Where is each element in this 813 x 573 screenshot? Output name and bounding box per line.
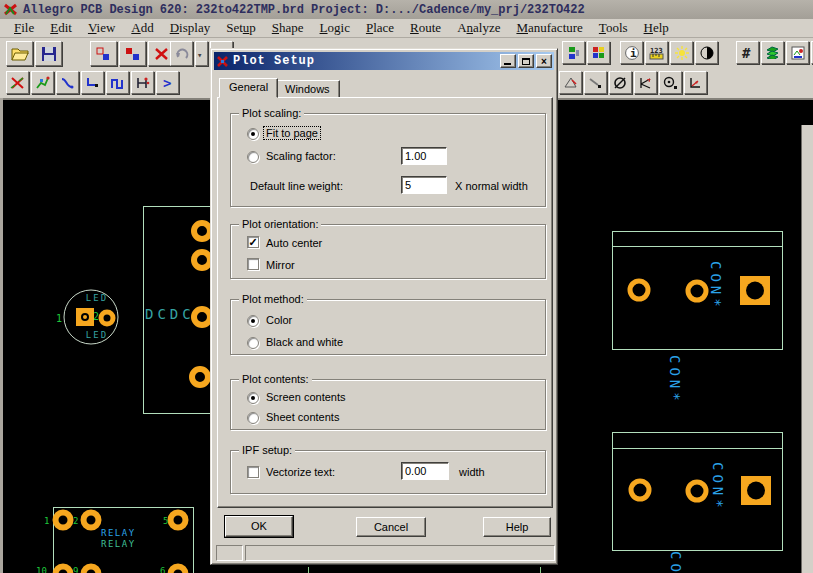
- scaling-factor-input[interactable]: [401, 147, 447, 165]
- help-button[interactable]: Help: [483, 517, 551, 537]
- led-round-pad: [101, 312, 113, 324]
- left-frame-strip: [0, 98, 3, 573]
- dcdc-pad: [194, 223, 210, 239]
- general-tab-panel: Plot scaling: Fit to page Scaling factor…: [217, 97, 553, 508]
- relay-pad: [171, 567, 186, 573]
- led-pin-2: 2: [93, 311, 99, 322]
- relay-refdes-teal: RELAY: [101, 539, 136, 549]
- vectorize-width-suffix: width: [459, 466, 485, 478]
- dcdc-refdes: DCDC: [145, 306, 195, 322]
- plot-contents-label: Plot contents:: [239, 373, 312, 385]
- color-radio[interactable]: [247, 315, 259, 327]
- ok-button[interactable]: OK: [225, 516, 293, 537]
- ipf-setup-group: IPF setup: Vectorize text: width: [230, 450, 546, 494]
- dialog-title: Plot Setup: [233, 54, 498, 68]
- con-top-pad-hole: [746, 282, 764, 300]
- line-weight-label: Default line weight:: [250, 180, 343, 192]
- screen-contents-radio[interactable]: [247, 392, 259, 404]
- con-bottom-refdes: CON*: [710, 462, 726, 512]
- plot-orientation-label: Plot orientation:: [239, 218, 321, 230]
- cancel-button[interactable]: Cancel: [356, 517, 426, 537]
- tab-windows[interactable]: Windows: [275, 80, 340, 98]
- dialog-status-bar: [245, 545, 555, 561]
- dialog-titlebar[interactable]: Plot Setup ×: [214, 52, 554, 70]
- relay-pad: [56, 567, 71, 573]
- right-panel-strip: [801, 125, 813, 573]
- sheet-contents-radio[interactable]: [247, 412, 259, 424]
- con-bottom-pad-hole: [747, 482, 765, 500]
- relay-refdes-blue: RELAY: [101, 528, 136, 538]
- plot-scaling-group: Plot scaling: Fit to page Scaling factor…: [230, 113, 546, 207]
- scaling-factor-radio[interactable]: [247, 151, 259, 163]
- relay-pin-6: 6: [160, 566, 165, 573]
- tab-general[interactable]: General: [219, 78, 278, 98]
- line-weight-input[interactable]: [401, 176, 447, 194]
- dialog-icon: [216, 55, 229, 68]
- ipf-setup-label: IPF setup:: [239, 444, 295, 456]
- relay-pin-2: 2: [73, 516, 78, 526]
- mirror-checkbox[interactable]: [247, 258, 259, 270]
- fit-to-page-label[interactable]: Fit to page: [264, 127, 320, 139]
- dcdc-pad: [194, 309, 210, 325]
- dialog-status-cell: [216, 545, 243, 561]
- dcdc-pad: [194, 252, 210, 268]
- led-label-top: LED: [86, 293, 108, 303]
- plot-method-label: Plot method:: [239, 293, 307, 305]
- scaling-factor-label[interactable]: Scaling factor:: [266, 150, 336, 162]
- auto-center-label[interactable]: Auto center: [266, 237, 322, 249]
- led-pad-center: [83, 315, 87, 319]
- dcdc-pad: [192, 369, 208, 385]
- relay-pad: [171, 513, 186, 528]
- auto-center-checkbox[interactable]: ✓: [247, 236, 259, 248]
- plot-contents-group: Plot contents: Screen contents Sheet con…: [230, 379, 546, 430]
- mirror-label[interactable]: Mirror: [266, 259, 295, 271]
- vectorize-text-label[interactable]: Vectorize text:: [266, 466, 335, 478]
- relay-pin-10: 10: [36, 566, 47, 573]
- relay-pin-9: 9: [73, 566, 78, 573]
- relay-pad: [56, 513, 71, 528]
- con-top-pad: [630, 281, 648, 299]
- minimize-button[interactable]: [500, 54, 516, 68]
- con-top-pad: [688, 282, 706, 300]
- line-weight-suffix: X normal width: [455, 180, 528, 192]
- con-bottom-pad: [631, 481, 649, 499]
- relay-pin-1: 1: [44, 516, 49, 526]
- black-white-label[interactable]: Black and white: [266, 336, 343, 348]
- black-white-radio[interactable]: [247, 337, 259, 349]
- vectorize-width-input[interactable]: [401, 462, 449, 480]
- color-label[interactable]: Color: [266, 314, 292, 326]
- maximize-button[interactable]: [518, 54, 534, 68]
- plot-method-group: Plot method: Color Black and white: [230, 299, 546, 355]
- relay-pad: [84, 513, 99, 528]
- led-pin-1: 1: [56, 313, 62, 324]
- sheet-contents-label[interactable]: Sheet contents: [266, 411, 339, 423]
- plot-setup-dialog: Plot Setup × General Windows Plot scalin…: [210, 48, 558, 565]
- plot-orientation-group: Plot orientation: ✓ Auto center Mirror: [230, 224, 546, 279]
- con-bottom-pad: [688, 482, 706, 500]
- relay-pad: [84, 567, 99, 573]
- led-label-bottom: LED: [86, 330, 108, 340]
- relay-pin-5: 5: [163, 516, 168, 526]
- con-bottom-refdes-below: CON*: [668, 551, 684, 573]
- screen-contents-label[interactable]: Screen contents: [266, 391, 346, 403]
- con-top-refdes: CON*: [708, 261, 724, 311]
- close-button[interactable]: ×: [536, 54, 552, 68]
- vectorize-text-checkbox[interactable]: [247, 466, 259, 478]
- plot-scaling-label: Plot scaling:: [239, 107, 304, 119]
- con-top-refdes-below: CON*: [667, 355, 683, 405]
- fit-to-page-radio[interactable]: [247, 128, 259, 140]
